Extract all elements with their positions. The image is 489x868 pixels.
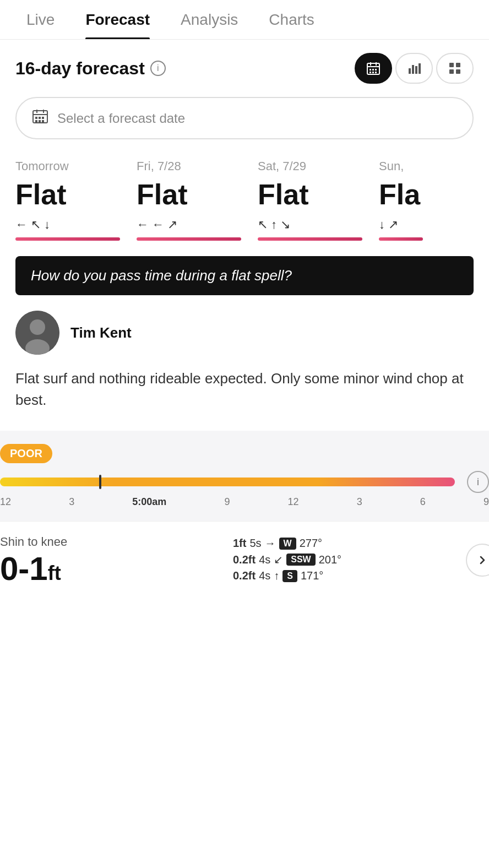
wave-arrow-1: ↙ xyxy=(274,553,283,566)
wave-period-1: 4s xyxy=(259,554,270,566)
wave-data-line-1: 0.2ft 4s ↙ SSW 201° xyxy=(233,553,466,566)
wave-degrees-0: 277° xyxy=(300,537,322,550)
wave-data-right: 1ft 5s → W 277° 0.2ft 4s ↙ SSW 201° 0.2f… xyxy=(233,535,466,582)
arrow-0-1: ↖ xyxy=(31,218,41,232)
svg-rect-11 xyxy=(412,65,414,74)
wave-arrow-2: ↑ xyxy=(274,569,279,582)
tab-live[interactable]: Live xyxy=(11,0,70,39)
svg-rect-24 xyxy=(42,117,44,119)
svg-rect-9 xyxy=(375,72,377,73)
quality-bar-marker xyxy=(99,475,101,489)
arrow-0-0: ← xyxy=(15,218,28,232)
forecast-day-label-0: Tomorrow xyxy=(15,159,126,173)
tab-analysis[interactable]: Analysis xyxy=(165,0,253,39)
quality-bar-container: i xyxy=(0,471,489,493)
forecast-header: 16-day forecast i xyxy=(15,53,474,84)
arrow-3-1: ↗ xyxy=(388,218,398,232)
svg-rect-4 xyxy=(370,69,371,70)
arrow-2-0: ↖ xyxy=(258,218,268,232)
forecaster-row: Tim Kent xyxy=(15,311,474,355)
calendar-icon xyxy=(366,61,381,76)
quality-bar-wrapper xyxy=(0,478,455,486)
svg-rect-13 xyxy=(419,63,421,74)
forecast-day-condition-0: Flat xyxy=(15,178,126,211)
time-label-current: 5:00am xyxy=(132,496,166,508)
grid-icon xyxy=(447,61,463,76)
svg-rect-12 xyxy=(415,66,417,74)
forecast-line-3 xyxy=(379,237,423,241)
wave-period-0: 5s xyxy=(249,537,261,550)
svg-rect-6 xyxy=(375,69,377,70)
tab-forecast[interactable]: Forecast xyxy=(70,0,165,39)
forecast-title: 16-day forecast xyxy=(15,58,145,79)
toggle-calendar-button[interactable] xyxy=(355,53,392,84)
forecast-day-label-3: Sun, xyxy=(379,159,474,173)
forecast-arrows-3: ↓ ↗ xyxy=(379,218,474,232)
date-picker[interactable]: Select a forecast date xyxy=(15,97,474,139)
ad-banner[interactable]: How do you pass time during a flat spell… xyxy=(15,256,474,295)
forecast-day-2[interactable]: Sat, 7/29 Flat ↖ ↑ ↘ xyxy=(258,159,379,241)
wave-direction-2: S xyxy=(282,570,297,582)
forecast-day-condition-2: Flat xyxy=(258,178,368,211)
toggle-grid-button[interactable] xyxy=(436,53,474,84)
calendar-picker-icon xyxy=(32,108,48,128)
tab-charts[interactable]: Charts xyxy=(253,0,329,39)
forecast-arrows-1: ← ← ↗ xyxy=(137,218,247,232)
wave-data-line-2: 0.2ft 4s ↑ S 171° xyxy=(233,569,466,582)
forecast-line-2 xyxy=(258,237,362,241)
wave-direction-0: W xyxy=(279,538,296,550)
forecaster-avatar xyxy=(15,311,59,355)
svg-point-29 xyxy=(30,319,45,335)
forecast-scroll[interactable]: Tomorrow Flat ← ↖ ↓ Fri, 7/28 Flat ← ← ↗… xyxy=(15,159,474,241)
forecast-line-0 xyxy=(15,237,120,241)
quality-badge: POOR xyxy=(0,444,52,463)
arrow-1-0: ← xyxy=(137,218,149,232)
forecast-line-1 xyxy=(137,237,241,241)
forecast-day-1[interactable]: Fri, 7/28 Flat ← ← ↗ xyxy=(137,159,258,241)
forecast-day-0[interactable]: Tomorrow Flat ← ↖ ↓ xyxy=(15,159,137,241)
forecast-arrows-0: ← ↖ ↓ xyxy=(15,218,126,232)
wave-detail-button[interactable] xyxy=(466,544,489,577)
forecaster-name: Tim Kent xyxy=(70,324,132,341)
wave-height-1: 0.2ft xyxy=(233,554,256,566)
forecast-day-label-1: Fri, 7/28 xyxy=(137,159,247,173)
svg-rect-10 xyxy=(409,68,411,74)
view-toggle xyxy=(355,53,474,84)
svg-rect-15 xyxy=(456,63,460,67)
wave-size-label: Shin to knee xyxy=(0,535,233,549)
arrow-2-2: ↘ xyxy=(280,218,290,232)
forecast-info-icon[interactable]: i xyxy=(150,61,166,76)
toggle-barchart-button[interactable] xyxy=(395,53,433,84)
time-label-9am: 9 xyxy=(224,496,230,508)
wave-degrees-2: 171° xyxy=(301,569,323,582)
svg-rect-16 xyxy=(449,69,454,74)
svg-rect-7 xyxy=(370,72,371,73)
forecast-description: Flat surf and nothing rideable expected.… xyxy=(15,368,474,411)
svg-rect-5 xyxy=(372,69,374,70)
conditions-card: POOR i 12 3 5:00am 9 12 3 6 9 xyxy=(0,431,489,521)
chevron-right-icon xyxy=(476,554,489,567)
svg-rect-25 xyxy=(35,120,37,122)
svg-rect-27 xyxy=(42,120,44,122)
arrow-1-1: ← xyxy=(152,218,164,232)
time-labels: 12 3 5:00am 9 12 3 6 9 xyxy=(0,496,489,508)
svg-rect-17 xyxy=(456,69,460,74)
main-content: 16-day forecast i xyxy=(0,40,489,411)
time-label-3am: 3 xyxy=(69,496,74,508)
wave-degrees-1: 201° xyxy=(319,554,341,566)
forecast-title-group: 16-day forecast i xyxy=(15,58,166,79)
svg-rect-22 xyxy=(35,117,37,119)
wave-period-2: 4s xyxy=(259,569,270,582)
arrow-2-1: ↑ xyxy=(271,218,277,232)
time-label-9pm: 9 xyxy=(483,496,489,508)
forecast-arrows-2: ↖ ↑ ↘ xyxy=(258,218,368,232)
arrow-1-2: ↗ xyxy=(167,218,177,232)
forecast-day-3[interactable]: Sun, Fla ↓ ↗ xyxy=(379,159,474,241)
quality-bar xyxy=(0,478,455,486)
forecast-day-condition-3: Fla xyxy=(379,178,474,211)
forecast-day-condition-1: Flat xyxy=(137,178,247,211)
conditions-info-button[interactable]: i xyxy=(467,471,489,493)
wave-data-row: Shin to knee 0-1ft 1ft 5s → W 277° 0.2ft… xyxy=(0,522,489,599)
arrow-3-0: ↓ xyxy=(379,218,385,232)
svg-rect-8 xyxy=(372,72,374,73)
